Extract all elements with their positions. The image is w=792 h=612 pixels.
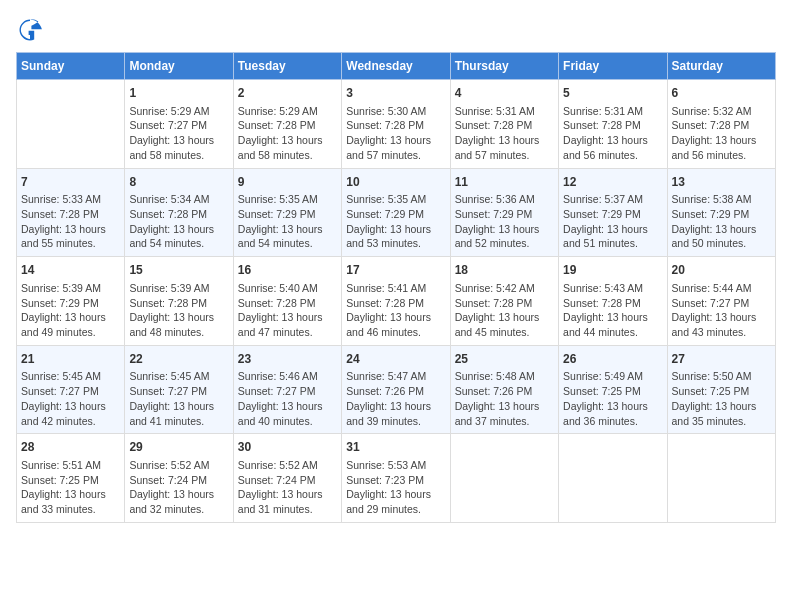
cell-info: Sunrise: 5:36 AMSunset: 7:29 PMDaylight:… bbox=[455, 192, 554, 251]
weekday-header: Thursday bbox=[450, 53, 558, 80]
calendar-week-row: 14Sunrise: 5:39 AMSunset: 7:29 PMDayligh… bbox=[17, 257, 776, 346]
day-number: 25 bbox=[455, 351, 554, 368]
day-number: 26 bbox=[563, 351, 662, 368]
cell-info: Sunrise: 5:43 AMSunset: 7:28 PMDaylight:… bbox=[563, 281, 662, 340]
calendar-cell: 21Sunrise: 5:45 AMSunset: 7:27 PMDayligh… bbox=[17, 345, 125, 434]
day-number: 30 bbox=[238, 439, 337, 456]
day-number: 23 bbox=[238, 351, 337, 368]
calendar-body: 1Sunrise: 5:29 AMSunset: 7:27 PMDaylight… bbox=[17, 80, 776, 523]
calendar-cell: 19Sunrise: 5:43 AMSunset: 7:28 PMDayligh… bbox=[559, 257, 667, 346]
cell-info: Sunrise: 5:31 AMSunset: 7:28 PMDaylight:… bbox=[455, 104, 554, 163]
logo-icon bbox=[16, 16, 44, 44]
day-number: 13 bbox=[672, 174, 771, 191]
cell-info: Sunrise: 5:49 AMSunset: 7:25 PMDaylight:… bbox=[563, 369, 662, 428]
cell-info: Sunrise: 5:39 AMSunset: 7:29 PMDaylight:… bbox=[21, 281, 120, 340]
calendar-cell: 22Sunrise: 5:45 AMSunset: 7:27 PMDayligh… bbox=[125, 345, 233, 434]
calendar-header: SundayMondayTuesdayWednesdayThursdayFrid… bbox=[17, 53, 776, 80]
day-number: 22 bbox=[129, 351, 228, 368]
day-number: 15 bbox=[129, 262, 228, 279]
calendar-table: SundayMondayTuesdayWednesdayThursdayFrid… bbox=[16, 52, 776, 523]
cell-info: Sunrise: 5:38 AMSunset: 7:29 PMDaylight:… bbox=[672, 192, 771, 251]
calendar-cell: 18Sunrise: 5:42 AMSunset: 7:28 PMDayligh… bbox=[450, 257, 558, 346]
calendar-cell: 30Sunrise: 5:52 AMSunset: 7:24 PMDayligh… bbox=[233, 434, 341, 523]
day-number: 1 bbox=[129, 85, 228, 102]
page-header bbox=[16, 16, 776, 44]
cell-info: Sunrise: 5:41 AMSunset: 7:28 PMDaylight:… bbox=[346, 281, 445, 340]
calendar-cell: 29Sunrise: 5:52 AMSunset: 7:24 PMDayligh… bbox=[125, 434, 233, 523]
weekday-header: Saturday bbox=[667, 53, 775, 80]
day-number: 24 bbox=[346, 351, 445, 368]
cell-info: Sunrise: 5:30 AMSunset: 7:28 PMDaylight:… bbox=[346, 104, 445, 163]
weekday-header: Friday bbox=[559, 53, 667, 80]
day-number: 3 bbox=[346, 85, 445, 102]
weekday-row: SundayMondayTuesdayWednesdayThursdayFrid… bbox=[17, 53, 776, 80]
calendar-cell: 24Sunrise: 5:47 AMSunset: 7:26 PMDayligh… bbox=[342, 345, 450, 434]
calendar-cell: 9Sunrise: 5:35 AMSunset: 7:29 PMDaylight… bbox=[233, 168, 341, 257]
day-number: 2 bbox=[238, 85, 337, 102]
calendar-cell bbox=[450, 434, 558, 523]
day-number: 28 bbox=[21, 439, 120, 456]
day-number: 11 bbox=[455, 174, 554, 191]
cell-info: Sunrise: 5:40 AMSunset: 7:28 PMDaylight:… bbox=[238, 281, 337, 340]
cell-info: Sunrise: 5:35 AMSunset: 7:29 PMDaylight:… bbox=[238, 192, 337, 251]
calendar-cell: 15Sunrise: 5:39 AMSunset: 7:28 PMDayligh… bbox=[125, 257, 233, 346]
calendar-cell: 20Sunrise: 5:44 AMSunset: 7:27 PMDayligh… bbox=[667, 257, 775, 346]
day-number: 20 bbox=[672, 262, 771, 279]
calendar-cell: 13Sunrise: 5:38 AMSunset: 7:29 PMDayligh… bbox=[667, 168, 775, 257]
calendar-cell: 8Sunrise: 5:34 AMSunset: 7:28 PMDaylight… bbox=[125, 168, 233, 257]
weekday-header: Tuesday bbox=[233, 53, 341, 80]
cell-info: Sunrise: 5:45 AMSunset: 7:27 PMDaylight:… bbox=[21, 369, 120, 428]
calendar-cell: 16Sunrise: 5:40 AMSunset: 7:28 PMDayligh… bbox=[233, 257, 341, 346]
day-number: 5 bbox=[563, 85, 662, 102]
calendar-week-row: 1Sunrise: 5:29 AMSunset: 7:27 PMDaylight… bbox=[17, 80, 776, 169]
calendar-cell: 2Sunrise: 5:29 AMSunset: 7:28 PMDaylight… bbox=[233, 80, 341, 169]
cell-info: Sunrise: 5:29 AMSunset: 7:27 PMDaylight:… bbox=[129, 104, 228, 163]
calendar-cell: 25Sunrise: 5:48 AMSunset: 7:26 PMDayligh… bbox=[450, 345, 558, 434]
calendar-cell: 7Sunrise: 5:33 AMSunset: 7:28 PMDaylight… bbox=[17, 168, 125, 257]
calendar-cell: 28Sunrise: 5:51 AMSunset: 7:25 PMDayligh… bbox=[17, 434, 125, 523]
cell-info: Sunrise: 5:37 AMSunset: 7:29 PMDaylight:… bbox=[563, 192, 662, 251]
cell-info: Sunrise: 5:35 AMSunset: 7:29 PMDaylight:… bbox=[346, 192, 445, 251]
cell-info: Sunrise: 5:45 AMSunset: 7:27 PMDaylight:… bbox=[129, 369, 228, 428]
weekday-header: Wednesday bbox=[342, 53, 450, 80]
calendar-cell: 11Sunrise: 5:36 AMSunset: 7:29 PMDayligh… bbox=[450, 168, 558, 257]
calendar-cell: 10Sunrise: 5:35 AMSunset: 7:29 PMDayligh… bbox=[342, 168, 450, 257]
day-number: 21 bbox=[21, 351, 120, 368]
calendar-cell bbox=[17, 80, 125, 169]
day-number: 27 bbox=[672, 351, 771, 368]
logo bbox=[16, 16, 48, 44]
day-number: 31 bbox=[346, 439, 445, 456]
calendar-cell: 4Sunrise: 5:31 AMSunset: 7:28 PMDaylight… bbox=[450, 80, 558, 169]
calendar-cell: 6Sunrise: 5:32 AMSunset: 7:28 PMDaylight… bbox=[667, 80, 775, 169]
day-number: 16 bbox=[238, 262, 337, 279]
day-number: 17 bbox=[346, 262, 445, 279]
day-number: 9 bbox=[238, 174, 337, 191]
cell-info: Sunrise: 5:31 AMSunset: 7:28 PMDaylight:… bbox=[563, 104, 662, 163]
cell-info: Sunrise: 5:33 AMSunset: 7:28 PMDaylight:… bbox=[21, 192, 120, 251]
day-number: 12 bbox=[563, 174, 662, 191]
cell-info: Sunrise: 5:47 AMSunset: 7:26 PMDaylight:… bbox=[346, 369, 445, 428]
day-number: 14 bbox=[21, 262, 120, 279]
cell-info: Sunrise: 5:32 AMSunset: 7:28 PMDaylight:… bbox=[672, 104, 771, 163]
cell-info: Sunrise: 5:48 AMSunset: 7:26 PMDaylight:… bbox=[455, 369, 554, 428]
cell-info: Sunrise: 5:34 AMSunset: 7:28 PMDaylight:… bbox=[129, 192, 228, 251]
calendar-cell: 17Sunrise: 5:41 AMSunset: 7:28 PMDayligh… bbox=[342, 257, 450, 346]
day-number: 29 bbox=[129, 439, 228, 456]
cell-info: Sunrise: 5:50 AMSunset: 7:25 PMDaylight:… bbox=[672, 369, 771, 428]
day-number: 6 bbox=[672, 85, 771, 102]
day-number: 7 bbox=[21, 174, 120, 191]
calendar-cell: 27Sunrise: 5:50 AMSunset: 7:25 PMDayligh… bbox=[667, 345, 775, 434]
cell-info: Sunrise: 5:46 AMSunset: 7:27 PMDaylight:… bbox=[238, 369, 337, 428]
cell-info: Sunrise: 5:51 AMSunset: 7:25 PMDaylight:… bbox=[21, 458, 120, 517]
calendar-cell: 5Sunrise: 5:31 AMSunset: 7:28 PMDaylight… bbox=[559, 80, 667, 169]
calendar-week-row: 7Sunrise: 5:33 AMSunset: 7:28 PMDaylight… bbox=[17, 168, 776, 257]
day-number: 18 bbox=[455, 262, 554, 279]
cell-info: Sunrise: 5:39 AMSunset: 7:28 PMDaylight:… bbox=[129, 281, 228, 340]
calendar-cell: 23Sunrise: 5:46 AMSunset: 7:27 PMDayligh… bbox=[233, 345, 341, 434]
calendar-cell: 14Sunrise: 5:39 AMSunset: 7:29 PMDayligh… bbox=[17, 257, 125, 346]
cell-info: Sunrise: 5:29 AMSunset: 7:28 PMDaylight:… bbox=[238, 104, 337, 163]
cell-info: Sunrise: 5:52 AMSunset: 7:24 PMDaylight:… bbox=[238, 458, 337, 517]
day-number: 8 bbox=[129, 174, 228, 191]
cell-info: Sunrise: 5:53 AMSunset: 7:23 PMDaylight:… bbox=[346, 458, 445, 517]
weekday-header: Sunday bbox=[17, 53, 125, 80]
